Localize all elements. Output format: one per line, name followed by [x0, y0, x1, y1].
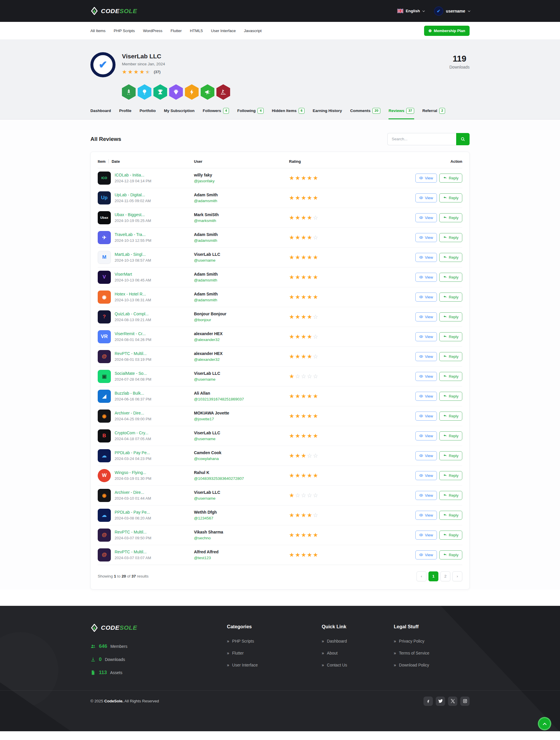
reply-button[interactable]: Reply	[439, 411, 462, 421]
item-link[interactable]: Ubax - Biggest...	[115, 212, 151, 217]
nav-item-flutter[interactable]: Flutter	[171, 28, 182, 33]
item-link[interactable]: PPDLab - Pay Pe...	[115, 450, 152, 455]
user-handle-link[interactable]: @jovette17	[194, 417, 214, 421]
view-button[interactable]: View	[415, 372, 437, 381]
view-button[interactable]: View	[415, 550, 437, 559]
social-instagram[interactable]	[460, 697, 470, 706]
footer-logo[interactable]: CODESOLE	[90, 624, 227, 632]
item-link[interactable]: MartLab - Singl...	[115, 252, 151, 257]
tab-followers[interactable]: Followers4	[203, 108, 229, 119]
user-handle-link[interactable]: @username	[194, 437, 215, 441]
footer-link-flutter[interactable]: »Flutter	[227, 651, 322, 655]
user-handle-link[interactable]: @adamsmith	[194, 278, 217, 282]
user-handle-link[interactable]: @adamsmith	[194, 199, 217, 203]
item-link[interactable]: ViserMart	[115, 272, 151, 277]
item-link[interactable]: Wingso - Flying...	[115, 470, 152, 475]
view-button[interactable]: View	[415, 253, 437, 262]
nav-item-user-interface[interactable]: User Interface	[211, 28, 236, 33]
logo[interactable]: CODESOLE	[90, 7, 137, 15]
reply-button[interactable]: Reply	[439, 293, 462, 302]
social-twitter[interactable]	[436, 697, 445, 706]
item-link[interactable]: CryptoCom - Cry...	[115, 431, 151, 435]
view-button[interactable]: View	[415, 411, 437, 421]
pagination-page-1[interactable]: 1	[429, 571, 438, 581]
item-link[interactable]: Archiver - Dire...	[115, 490, 151, 495]
user-handle-link[interactable]: @adamsmith	[194, 238, 217, 243]
view-button[interactable]: View	[415, 174, 437, 183]
tab-dashboard[interactable]: Dashboard	[90, 108, 111, 119]
reply-button[interactable]: Reply	[439, 432, 462, 441]
view-button[interactable]: View	[415, 451, 437, 460]
view-button[interactable]: View	[415, 511, 437, 520]
reply-button[interactable]: Reply	[439, 352, 462, 361]
nav-item-php-scripts[interactable]: PHP Scripts	[114, 28, 135, 33]
social-x[interactable]	[448, 697, 457, 706]
pagination-page-2[interactable]: 2	[441, 571, 450, 581]
reply-button[interactable]: Reply	[439, 312, 462, 321]
view-button[interactable]: View	[415, 312, 437, 321]
item-link[interactable]: SocialMate - So...	[115, 371, 152, 376]
item-link[interactable]: TravelLab - Tra...	[115, 232, 152, 237]
reply-button[interactable]: Reply	[439, 193, 462, 202]
view-button[interactable]: View	[415, 392, 437, 401]
view-button[interactable]: View	[415, 471, 437, 480]
social-facebook[interactable]	[424, 697, 433, 706]
item-link[interactable]: RevPTC - Multil...	[115, 351, 152, 356]
footer-link-user-interface[interactable]: »User Interface	[227, 663, 322, 667]
user-handle-link[interactable]: @username	[194, 377, 215, 381]
user-handle-link[interactable]: @test123	[194, 556, 211, 560]
nav-item-wordpress[interactable]: WordPress	[143, 28, 163, 33]
user-handle-link[interactable]: @adamsmith	[194, 298, 217, 302]
user-menu[interactable]: ✔ username	[434, 6, 470, 16]
tab-comments[interactable]: Comments20	[350, 108, 381, 119]
item-link[interactable]: ICOLab - Initia...	[115, 173, 152, 177]
footer-link-php-scripts[interactable]: »PHP Scripts	[227, 639, 322, 643]
tab-portfolio[interactable]: Portfolio	[140, 108, 156, 119]
item-link[interactable]: QuizLab - Compl...	[115, 311, 151, 316]
search-button[interactable]	[456, 133, 470, 145]
reply-button[interactable]: Reply	[439, 531, 462, 540]
user-handle-link[interactable]: @alexander32	[194, 338, 220, 342]
user-handle-link[interactable]: @jasonfaky	[194, 179, 215, 183]
item-link[interactable]: RevPTC - Multil...	[115, 530, 152, 534]
footer-link-privacy-policy[interactable]: »Privacy Policy	[394, 639, 470, 643]
user-handle-link[interactable]: @103213916748251869037	[194, 397, 244, 401]
user-handle-link[interactable]: @bonjour	[194, 317, 211, 322]
reply-button[interactable]: Reply	[439, 491, 462, 500]
tab-profile[interactable]: Profile	[119, 108, 131, 119]
user-handle-link[interactable]: @1234567	[194, 516, 213, 520]
view-button[interactable]: View	[415, 273, 437, 282]
reply-button[interactable]: Reply	[439, 332, 462, 341]
view-button[interactable]: View	[415, 233, 437, 242]
tab-reviews[interactable]: Reviews37	[388, 108, 414, 119]
user-handle-link[interactable]: @cowylahana	[194, 457, 219, 461]
view-button[interactable]: View	[415, 432, 437, 441]
footer-link-download-policy[interactable]: »Download Policy	[394, 663, 470, 667]
item-link[interactable]: Archiver - Dire...	[115, 411, 152, 415]
language-selector[interactable]: English	[397, 9, 424, 13]
view-button[interactable]: View	[415, 213, 437, 222]
reply-button[interactable]: Reply	[439, 511, 462, 520]
view-button[interactable]: View	[415, 332, 437, 341]
reply-button[interactable]: Reply	[439, 392, 462, 401]
tab-my-subscription[interactable]: My Subscription	[164, 108, 195, 119]
item-link[interactable]: Buzzlab - Bulk...	[115, 391, 152, 395]
view-button[interactable]: View	[415, 531, 437, 540]
nav-item-html5[interactable]: HTML5	[190, 28, 203, 33]
tab-earning-history[interactable]: Earning History	[313, 108, 342, 119]
view-button[interactable]: View	[415, 352, 437, 361]
view-button[interactable]: View	[415, 491, 437, 500]
footer-link-dashboard[interactable]: »Dashboard	[322, 639, 394, 643]
nav-item-javascript[interactable]: Javascript	[244, 28, 262, 33]
user-handle-link[interactable]: @username	[194, 496, 215, 500]
user-handle-link[interactable]: @alexander32	[194, 357, 220, 362]
tab-hidden-items[interactable]: Hidden Items6	[272, 108, 304, 119]
view-button[interactable]: View	[415, 293, 437, 302]
view-button[interactable]: View	[415, 193, 437, 202]
reply-button[interactable]: Reply	[439, 372, 462, 381]
pagination-next-button[interactable]: ›	[452, 571, 462, 581]
user-handle-link[interactable]: @marksmith	[194, 218, 216, 223]
item-link[interactable]: PPDLab - Pay Pe...	[115, 510, 151, 515]
footer-link-about[interactable]: »About	[322, 651, 394, 655]
reply-button[interactable]: Reply	[439, 253, 462, 262]
